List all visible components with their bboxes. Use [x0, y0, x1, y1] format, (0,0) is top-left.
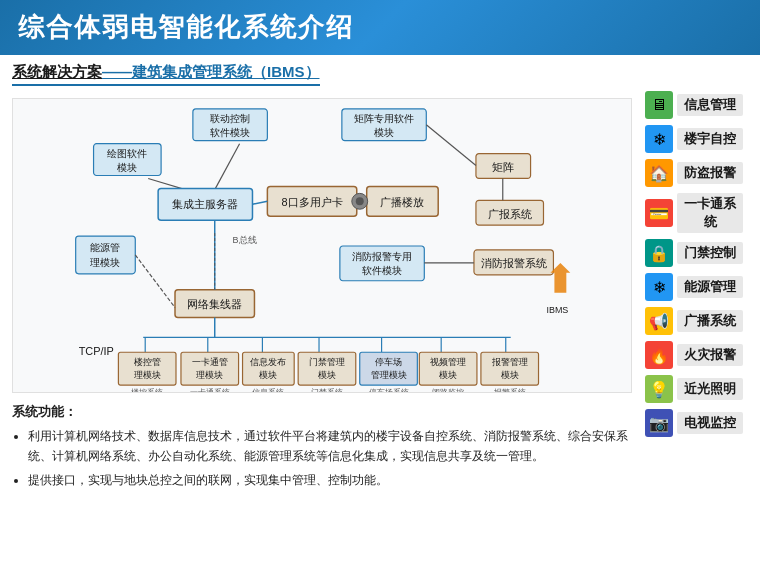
- sidebar-item-5[interactable]: ❄能源管理: [640, 271, 748, 303]
- sidebar-label: 广播系统: [677, 310, 743, 332]
- svg-text:模块: 模块: [259, 370, 277, 380]
- svg-text:门禁管理: 门禁管理: [309, 357, 345, 367]
- svg-text:模块: 模块: [318, 370, 336, 380]
- svg-text:模块: 模块: [374, 127, 394, 138]
- sidebar-label: 能源管理: [677, 276, 743, 298]
- svg-text:信息系统: 信息系统: [252, 387, 284, 392]
- sidebar-item-3[interactable]: 💳一卡通系统: [640, 191, 748, 235]
- svg-text:理模块: 理模块: [90, 257, 120, 268]
- svg-text:楼控管: 楼控管: [134, 357, 161, 367]
- section-title: 系统解决方案——建筑集成管理系统（IBMS）: [12, 63, 632, 92]
- sidebar-item-8[interactable]: 💡近光照明: [640, 373, 748, 405]
- right-sidebar: 🖥信息管理❄楼宇自控🏠防盗报警💳一卡通系统🔒门禁控制❄能源管理📢广播系统🔥火灾报…: [640, 63, 748, 493]
- svg-text:绘图软件: 绘图软件: [107, 148, 147, 159]
- main-content: 系统解决方案——建筑集成管理系统（IBMS） 集成主服务器 联动控制 软件模块: [0, 55, 760, 499]
- svg-text:停车场系统: 停车场系统: [369, 387, 409, 392]
- sidebar-icon: 📷: [645, 409, 673, 437]
- functions-section: 系统功能： 利用计算机网络技术、数据库信息技术，通过软件平台将建筑内的楼宇设备自…: [12, 401, 632, 493]
- sidebar-icon: 💳: [645, 199, 673, 227]
- sidebar-icon: 🖥: [645, 91, 673, 119]
- sidebar-item-2[interactable]: 🏠防盗报警: [640, 157, 748, 189]
- svg-text:理模块: 理模块: [134, 370, 161, 380]
- svg-text:TCP/IP: TCP/IP: [79, 345, 114, 357]
- system-diagram: 集成主服务器 联动控制 软件模块 绘图软件 模块 矩阵专用软件 模块 8口多用户…: [12, 98, 632, 393]
- sidebar-icon: 💡: [645, 375, 673, 403]
- svg-text:视频管理: 视频管理: [430, 357, 466, 367]
- svg-text:停车场: 停车场: [375, 357, 402, 367]
- sidebar-icon: ❄: [645, 125, 673, 153]
- sidebar-item-6[interactable]: 📢广播系统: [640, 305, 748, 337]
- sidebar-label: 信息管理: [677, 94, 743, 116]
- svg-text:广播楼放: 广播楼放: [380, 196, 424, 208]
- svg-text:联动控制: 联动控制: [210, 113, 250, 124]
- left-content: 系统解决方案——建筑集成管理系统（IBMS） 集成主服务器 联动控制 软件模块: [12, 63, 632, 493]
- svg-text:软件模块: 软件模块: [362, 265, 402, 276]
- sidebar-icon: 🏠: [645, 159, 673, 187]
- sidebar-item-7[interactable]: 🔥火灾报警: [640, 339, 748, 371]
- svg-text:软件模块: 软件模块: [210, 127, 250, 138]
- svg-text:能源管: 能源管: [90, 242, 120, 253]
- sidebar-label: 电视监控: [677, 412, 743, 434]
- svg-text:模块: 模块: [501, 370, 519, 380]
- svg-text:集成主服务器: 集成主服务器: [172, 198, 238, 210]
- sidebar-icon: 📢: [645, 307, 673, 335]
- sidebar-item-1[interactable]: ❄楼宇自控: [640, 123, 748, 155]
- svg-text:矩阵: 矩阵: [492, 161, 514, 173]
- svg-text:报警管理: 报警管理: [491, 357, 528, 367]
- sidebar-label: 近光照明: [677, 378, 743, 400]
- sidebar-label: 防盗报警: [677, 162, 743, 184]
- sidebar-item-4[interactable]: 🔒门禁控制: [640, 237, 748, 269]
- functions-list: 利用计算机网络技术、数据库信息技术，通过软件平台将建筑内的楼宇设备自控系统、消防…: [12, 426, 632, 490]
- svg-rect-0: [64, 99, 580, 392]
- sidebar-label: 火灾报警: [677, 344, 743, 366]
- diagram-svg: 集成主服务器 联动控制 软件模块 绘图软件 模块 矩阵专用软件 模块 8口多用户…: [13, 99, 631, 392]
- svg-text:报警系统: 报警系统: [493, 387, 526, 392]
- sidebar-icon: 🔥: [645, 341, 673, 369]
- svg-text:模块: 模块: [439, 370, 457, 380]
- svg-point-80: [356, 197, 364, 205]
- svg-text:理模块: 理模块: [196, 370, 223, 380]
- svg-text:信息发布: 信息发布: [250, 357, 286, 367]
- svg-text:消防报警专用: 消防报警专用: [352, 251, 412, 262]
- page-title: 综合体弱电智能化系统介绍: [18, 10, 354, 45]
- svg-text:8口多用户卡: 8口多用户卡: [282, 196, 343, 208]
- svg-text:IBMS: IBMS: [546, 305, 568, 315]
- sidebar-icon: 🔒: [645, 239, 673, 267]
- sidebar-item-0[interactable]: 🖥信息管理: [640, 89, 748, 121]
- svg-text:闭路监控: 闭路监控: [432, 387, 464, 392]
- function-item-2: 提供接口，实现与地块总控之间的联网，实现集中管理、控制功能。: [28, 470, 632, 490]
- svg-text:一卡通系统: 一卡通系统: [190, 387, 230, 392]
- function-item-1: 利用计算机网络技术、数据库信息技术，通过软件平台将建筑内的楼宇设备自控系统、消防…: [28, 426, 632, 467]
- svg-text:广报系统: 广报系统: [488, 208, 532, 220]
- svg-text:消防报警系统: 消防报警系统: [481, 257, 547, 269]
- svg-text:矩阵专用软件: 矩阵专用软件: [354, 113, 414, 124]
- svg-text:门禁系统: 门禁系统: [311, 387, 343, 392]
- page-header: 综合体弱电智能化系统介绍: [0, 0, 760, 55]
- sidebar-label: 门禁控制: [677, 242, 743, 264]
- svg-text:楼控系统: 楼控系统: [131, 387, 163, 392]
- sidebar-label: 一卡通系统: [677, 193, 743, 233]
- sidebar-icon: ❄: [645, 273, 673, 301]
- sidebar-item-9[interactable]: 📷电视监控: [640, 407, 748, 439]
- svg-text:B总线: B总线: [233, 235, 257, 245]
- functions-title: 系统功能：: [12, 401, 632, 423]
- svg-text:管理模块: 管理模块: [371, 370, 407, 380]
- svg-text:一卡通管: 一卡通管: [192, 357, 228, 367]
- svg-text:模块: 模块: [117, 162, 137, 173]
- svg-text:网络集线器: 网络集线器: [187, 298, 242, 310]
- sidebar-label: 楼宇自控: [677, 128, 743, 150]
